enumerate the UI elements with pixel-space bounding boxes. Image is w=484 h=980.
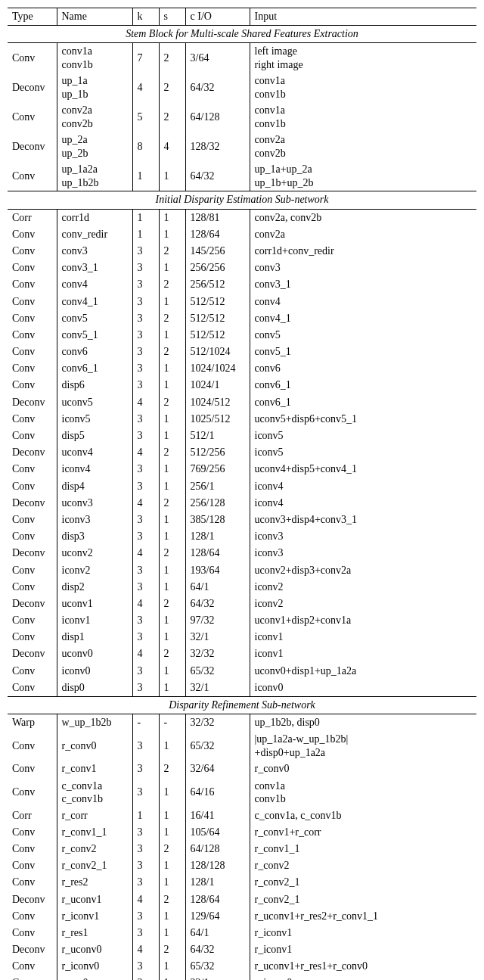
cell-s: 1	[159, 562, 185, 579]
cell-s: 2	[159, 102, 185, 132]
cell-input: conv2a, conv2b	[250, 209, 476, 226]
cell-s: 2	[159, 495, 185, 512]
table-row: Deconvuconv14264/32iconv2	[8, 596, 476, 612]
cell-type: Deconv	[8, 73, 57, 102]
cell-name: disp5	[57, 428, 132, 444]
cell-type: Conv	[8, 310, 57, 327]
cell-type: Corr	[8, 807, 57, 824]
cell-cio: 128/64	[185, 891, 250, 908]
cell-type: Conv	[8, 377, 57, 394]
cell-cio: 16/41	[185, 807, 250, 824]
cell-cio: 1025/512	[185, 411, 250, 428]
cell-name: conv3_1	[57, 260, 132, 276]
cell-name: conv4_1	[57, 294, 132, 310]
cell-cio: 32/32	[185, 646, 250, 662]
cell-name: conv5	[57, 310, 132, 327]
cell-input: iconv5	[250, 444, 476, 461]
cell-cio: 32/1	[185, 629, 250, 646]
cell-name: r_iconv1	[57, 908, 132, 925]
cell-k: 3	[132, 243, 159, 260]
cell-name: r_res2	[57, 874, 132, 891]
cell-input: conv1aconv1b	[250, 73, 476, 102]
cell-cio: 65/32	[185, 958, 250, 975]
cell-type: Warp	[8, 714, 57, 732]
cell-cio: 64/128	[185, 102, 250, 132]
cell-input: uconv5+disp6+conv5_1	[250, 411, 476, 428]
cell-input: conv3_1	[250, 276, 476, 293]
cell-name: up_2aup_2b	[57, 132, 132, 161]
section-title: Initial Disparity Estimation Sub-network	[8, 191, 476, 209]
cell-type: Conv	[8, 161, 57, 191]
cell-name: r_res0	[57, 975, 132, 980]
table-row: Convdisp03132/1iconv0	[8, 680, 476, 697]
cell-s: 2	[159, 891, 185, 908]
cell-cio: 65/32	[185, 731, 250, 761]
cell-k: 3	[132, 478, 159, 495]
cell-cio: 128/1	[185, 528, 250, 545]
cell-cio: 385/128	[185, 512, 250, 528]
table-row: Convr_conv1_131105/64r_conv1+r_corr	[8, 824, 476, 841]
cell-s: -	[159, 714, 185, 732]
cell-k: 3	[132, 841, 159, 857]
cell-s: 1	[159, 663, 185, 680]
table-row: Convdisp431256/1iconv4	[8, 478, 476, 495]
cell-s: 1	[159, 226, 185, 243]
cell-name: r_uconv0	[57, 941, 132, 958]
cell-s: 1	[159, 908, 185, 925]
cell-k: 3	[132, 663, 159, 680]
cell-type: Conv	[8, 841, 57, 857]
cell-k: 4	[132, 444, 159, 461]
table-row: Convr_conv03165/32|up_1a2a-w_up_1b2b|+di…	[8, 731, 476, 761]
cell-type: Conv	[8, 428, 57, 444]
section-title: Stem Block for Multi-scale Shared Featur…	[8, 26, 476, 43]
cell-input: conv2a	[250, 226, 476, 243]
cell-input: up_1a+up_2aup_1b+up_2b	[250, 161, 476, 191]
cell-cio: 64/32	[185, 73, 250, 102]
cell-type: Conv	[8, 579, 57, 596]
cell-s: 1	[159, 612, 185, 629]
cell-s: 1	[159, 528, 185, 545]
cell-type: Conv	[8, 260, 57, 276]
table-row: Conviconv431769/256uconv4+disp5+conv4_1	[8, 461, 476, 478]
cell-k: 3	[132, 857, 159, 874]
cell-cio: 32/64	[185, 761, 250, 777]
table-row: Convdisp531512/1iconv5	[8, 428, 476, 444]
cell-cio: 32/1	[185, 680, 250, 697]
cell-name: conv2aconv2b	[57, 102, 132, 132]
cell-type: Conv	[8, 102, 57, 132]
cell-type: Conv	[8, 43, 57, 73]
table-row: Convdisp6311024/1conv6_1	[8, 377, 476, 394]
cell-name: r_conv1	[57, 761, 132, 777]
cell-input: conv6	[250, 360, 476, 377]
cell-name: conv1aconv1b	[57, 43, 132, 73]
cell-name: iconv5	[57, 411, 132, 428]
cell-input: conv4_1	[250, 310, 476, 327]
cell-name: uconv4	[57, 444, 132, 461]
cell-type: Conv	[8, 478, 57, 495]
cell-type: Conv	[8, 528, 57, 545]
cell-k: 1	[132, 807, 159, 824]
table-row: Convup_1a2aup_1b2b1164/32up_1a+up_2aup_1…	[8, 161, 476, 191]
cell-cio: 512/1	[185, 428, 250, 444]
cell-type: Conv	[8, 461, 57, 478]
cell-s: 1	[159, 958, 185, 975]
table-row: Corrr_corr1116/41c_conv1a, c_conv1b	[8, 807, 476, 824]
cell-input: conv5_1	[250, 344, 476, 360]
cell-name: conv3	[57, 243, 132, 260]
table-row: Deconvuconv442512/256iconv5	[8, 444, 476, 461]
cell-type: Conv	[8, 958, 57, 975]
cell-s: 2	[159, 761, 185, 777]
cell-name: iconv4	[57, 461, 132, 478]
cell-name: r_conv2	[57, 841, 132, 857]
cell-cio: 128/32	[185, 132, 250, 161]
cell-k: 3	[132, 461, 159, 478]
table-row: Deconvuconv5421024/512conv6_1	[8, 394, 476, 411]
table-row: Deconvup_2aup_2b84128/32conv2aconv2b	[8, 132, 476, 161]
cell-type: Deconv	[8, 646, 57, 662]
cell-type: Deconv	[8, 596, 57, 612]
cell-name: disp6	[57, 377, 132, 394]
cell-input: iconv2	[250, 579, 476, 596]
cell-s: 1	[159, 209, 185, 226]
cell-input: conv1aconv1b	[250, 102, 476, 132]
section-title-row: Initial Disparity Estimation Sub-network	[8, 191, 476, 209]
